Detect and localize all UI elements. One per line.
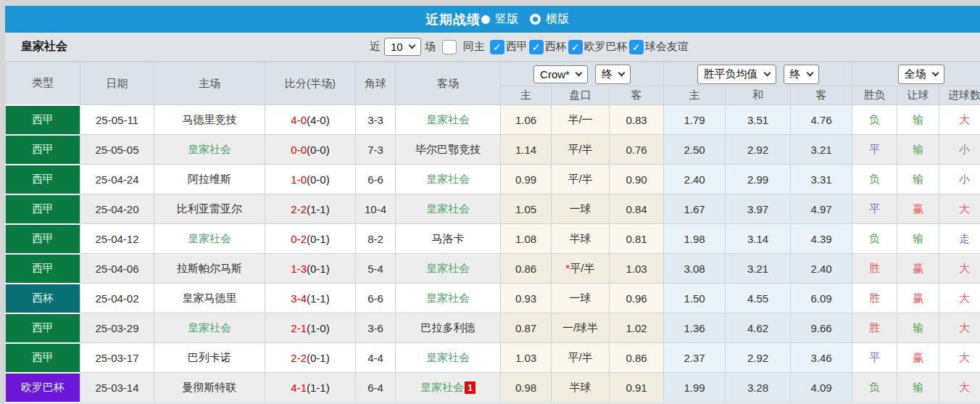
away-team-name[interactable]: 皇家社会 bbox=[426, 202, 470, 215]
goals-result: 小 bbox=[939, 135, 980, 165]
home-team-name[interactable]: 阿拉维斯 bbox=[188, 173, 231, 185]
avg-time-value: 终 bbox=[790, 67, 801, 81]
avg-time-select[interactable]: 终 bbox=[784, 65, 819, 84]
home-team-name[interactable]: 巴列卡诺 bbox=[188, 351, 231, 363]
avg-draw-odds: 4.62 bbox=[726, 313, 791, 343]
table-row: 西甲25-05-11马德里竞技4-0(4-0)3-3皇家社会1.06半/一0.8… bbox=[6, 105, 980, 135]
handicap-value: 一球 bbox=[570, 202, 591, 215]
header-corner: 角球 bbox=[356, 62, 396, 105]
home-team-name[interactable]: 皇家马德里 bbox=[183, 292, 237, 304]
goals-result-text: 大 bbox=[959, 321, 970, 334]
goals-result: 大 bbox=[939, 284, 980, 313]
handicap-result: 输 bbox=[897, 165, 939, 194]
away-team-name[interactable]: 巴拉多利德 bbox=[421, 321, 476, 334]
crow-away-odds: 0.76 bbox=[610, 135, 664, 165]
away-team-cell: 巴拉多利德 bbox=[396, 313, 501, 343]
bookmaker-time-select[interactable]: 终 bbox=[595, 65, 631, 84]
home-team-name[interactable]: 皇家社会 bbox=[188, 232, 231, 244]
home-team-name[interactable]: 曼彻斯特联 bbox=[183, 381, 237, 393]
scope-select[interactable]: 全场 bbox=[898, 65, 944, 84]
goals-result-text: 小 bbox=[959, 143, 970, 155]
handicap-cell: 平/半 bbox=[552, 135, 610, 165]
crow-home-odds: 1.03 bbox=[501, 343, 552, 373]
away-team-cell: 皇家社会 bbox=[396, 254, 501, 284]
match-events-badge[interactable]: 1 bbox=[465, 382, 476, 394]
table-row: 西甲25-03-29皇家社会2-1(1-0)3-6巴拉多利德0.87一/球半1.… bbox=[6, 313, 980, 343]
crow-away-odds: 0.84 bbox=[610, 194, 664, 224]
league-checkbox-西杯[interactable]: ✓ bbox=[529, 40, 544, 54]
goals-result-text: 小 bbox=[959, 173, 970, 185]
handicap-value: 平/半 bbox=[568, 173, 592, 185]
home-team-name[interactable]: 比利亚雷亚尔 bbox=[177, 202, 242, 215]
handicap-cell: *平/半 bbox=[552, 254, 610, 284]
away-team-name[interactable]: 皇家社会 bbox=[426, 113, 470, 125]
handicap-result: 赢 bbox=[897, 194, 939, 224]
halftime-score: (0-0) bbox=[307, 144, 330, 156]
wdl-result-text: 负 bbox=[869, 381, 880, 393]
home-team-name[interactable]: 皇家社会 bbox=[188, 143, 231, 155]
score-cell: 1-3(0-1) bbox=[265, 254, 356, 284]
away-team-name[interactable]: 马洛卡 bbox=[432, 232, 465, 244]
home-team-cell: 皇家社会 bbox=[154, 135, 265, 165]
wdl-result-text: 负 bbox=[869, 232, 880, 244]
handicap-result-text: 赢 bbox=[913, 351, 923, 363]
handicap-value: 半球 bbox=[570, 381, 591, 393]
handicap-result: 赢 bbox=[897, 254, 939, 284]
horizontal-radio[interactable] bbox=[530, 14, 541, 25]
league-checkbox-欧罗巴杯[interactable]: ✓ bbox=[568, 40, 583, 54]
vertical-radio-label[interactable]: 竖版 bbox=[495, 12, 518, 27]
scope-select-value: 全场 bbox=[905, 67, 926, 81]
away-team-cell: 毕尔巴鄂竞技 bbox=[396, 135, 501, 165]
wdl-result: 平 bbox=[852, 135, 897, 165]
home-team-name[interactable]: 拉斯帕尔马斯 bbox=[177, 262, 242, 274]
home-team-name[interactable]: 马德里竞技 bbox=[183, 113, 237, 125]
away-team-name[interactable]: 毕尔巴鄂竞技 bbox=[415, 143, 481, 155]
league-checkbox-球会友谊[interactable]: ✓ bbox=[629, 40, 644, 54]
table-row: 西杯25-04-02皇家马德里3-4(1-1)6-6皇家社会0.93一球0.96… bbox=[6, 284, 980, 313]
away-team-name[interactable]: 皇家社会 bbox=[426, 262, 470, 274]
date-cell: 25-03-29 bbox=[80, 313, 154, 343]
away-team-name[interactable]: 皇家社会 bbox=[426, 351, 470, 363]
avg-away-odds: 3.31 bbox=[791, 165, 852, 194]
away-team-name[interactable]: 皇家社会 bbox=[420, 381, 464, 393]
league-checkbox-西甲[interactable]: ✓ bbox=[490, 40, 504, 54]
wdl-result-text: 胜 bbox=[869, 262, 880, 274]
wdl-result: 负 bbox=[852, 224, 897, 254]
bookmaker-group-header: Crow* 终 bbox=[501, 62, 664, 86]
matches-count-select[interactable]: 10 bbox=[384, 38, 421, 56]
goals-result: 大 bbox=[939, 254, 980, 284]
type-badge: 西甲 bbox=[6, 135, 80, 165]
crow-away-odds: 1.03 bbox=[610, 254, 664, 284]
away-team-name[interactable]: 皇家社会 bbox=[426, 173, 470, 185]
date-cell: 25-04-20 bbox=[80, 194, 154, 224]
wdl-result-text: 平 bbox=[869, 202, 880, 215]
subheader-goals: 进球数 bbox=[939, 86, 980, 105]
table-row: 欧罗巴杯25-03-14曼彻斯特联4-1(1-1)6-4皇家社会10.98半球0… bbox=[6, 373, 980, 403]
horizontal-radio-label[interactable]: 横版 bbox=[546, 12, 569, 27]
score-cell: 3-4(1-1) bbox=[265, 284, 356, 313]
handicap-cell: 半球 bbox=[552, 373, 610, 403]
type-badge: 欧罗巴杯 bbox=[6, 373, 80, 403]
home-team-name[interactable]: 皇家社会 bbox=[188, 321, 231, 334]
crow-home-odds: 1.05 bbox=[501, 194, 552, 224]
crow-home-odds: 0.87 bbox=[501, 313, 552, 343]
goals-result: 大 bbox=[939, 343, 980, 373]
league-filter: ✓欧罗巴杯 bbox=[568, 40, 628, 54]
same-home-checkbox[interactable] bbox=[442, 40, 457, 54]
vertical-radio[interactable] bbox=[481, 15, 490, 24]
wdl-result-text: 负 bbox=[869, 113, 880, 125]
goals-result: 大 bbox=[939, 373, 980, 403]
handicap-result-text: 输 bbox=[913, 113, 923, 125]
league-label: 西杯 bbox=[545, 40, 567, 54]
away-team-name[interactable]: 皇家社会 bbox=[426, 292, 470, 304]
chevron-down-icon bbox=[618, 69, 625, 76]
fulltime-score: 4-0 bbox=[291, 114, 307, 126]
type-badge: 西杯 bbox=[6, 284, 80, 313]
handicap-result-text: 输 bbox=[913, 232, 923, 244]
bookmaker-select[interactable]: Crow* bbox=[533, 65, 588, 83]
halftime-score: (1-1) bbox=[307, 203, 330, 215]
fulltime-score: 0-2 bbox=[291, 233, 307, 245]
type-badge: 西甲 bbox=[6, 313, 80, 343]
subheader-avg-home: 主 bbox=[664, 86, 726, 105]
avg-odds-select[interactable]: 胜平负均值 bbox=[697, 65, 776, 84]
